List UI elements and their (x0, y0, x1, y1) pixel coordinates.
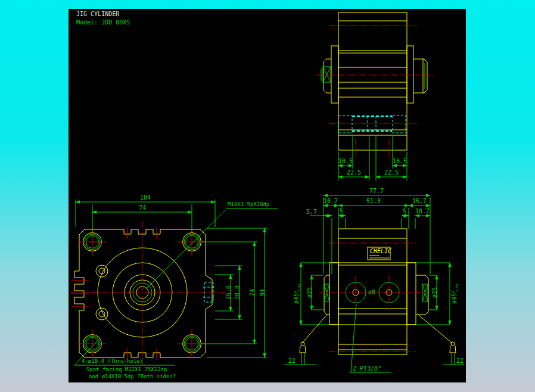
dim-22-5-left: 22.5 (347, 169, 361, 176)
note-line2: Spot facing M12X1 75X12dp (86, 366, 167, 372)
dim-dia-25-right: ø25 (431, 287, 438, 298)
top-view-outline (324, 13, 427, 150)
dia-45-tol-bottom: -0.05 (297, 284, 301, 294)
top-view: 10.5 10.5 22.5 22.5 (317, 13, 434, 181)
top-view-hidden-holes (338, 116, 406, 133)
model-label: Model: JDD 80X5 (76, 19, 130, 26)
nameplate: CHELIC (368, 247, 391, 260)
dim-22-right: 22 (456, 357, 464, 364)
dim-94: 94 (259, 289, 266, 296)
dim-dia-45-right: ø450-0.05 (451, 284, 459, 304)
front-view-notes: 4-ø10.4 ?Thru-hole? Spot facing M12X1 75… (74, 340, 176, 379)
dim-10-5-right: 10.5 (393, 158, 407, 164)
dim-22-5-right: 22.5 (384, 169, 399, 176)
dia-45-value: ø45 (293, 293, 300, 304)
side-view: ø8 CHELIC 77.7 10.7 (284, 188, 464, 372)
side-view-top-dimensions: 77.7 10.7 51.3 15.7 5.7 5 5 10.7 (306, 188, 430, 274)
thread-callout: M14X1.5pX20dp (228, 201, 269, 207)
dia-45-value: ø45 (451, 293, 458, 304)
note-line3: and ø14X10.5dp ?Both sides? (89, 374, 176, 379)
front-view: 104 74 M14X1.5pX20dp 26.6 38.8 74 94 (70, 194, 278, 379)
dim-10-5-left: 10.5 (338, 158, 353, 164)
cad-drawing-area: JIG CYLINDER Model: JDD 80X5 (69, 9, 466, 382)
dim-5-7: 5.7 (306, 209, 317, 215)
dim-dia-25-left: ø25 (306, 287, 313, 298)
dim-5-left: 5 (340, 208, 343, 214)
dim-104: 104 (140, 194, 151, 201)
side-view-centerlines (319, 243, 427, 351)
dim-77-7: 77.7 (369, 188, 384, 194)
front-view-circles (96, 248, 187, 337)
dim-10-7-right: 10.7 (415, 208, 430, 214)
side-view-diameter-dimensions: ø450-0.05 ø25 ø25 ø450-0.05 (293, 263, 459, 325)
brand-logo: CHELIC (370, 248, 391, 254)
dim-15-7: 15.7 (412, 198, 427, 204)
dim-5-right: 5 (403, 208, 406, 214)
note-line1: 4-ø10.4 ?Thru-hole? (82, 358, 143, 364)
drawing-title: JIG CYLINDER (76, 11, 120, 17)
dim-22-left: 22 (288, 357, 296, 364)
top-view-dimensions: 10.5 10.5 22.5 22.5 (338, 136, 407, 181)
dim-dia-45-left: ø450-0.05 (293, 284, 301, 304)
dim-51-3: 51.3 (366, 198, 381, 204)
port-thread-callout: 2-PT3/8" (353, 365, 381, 372)
dim-38-8: 38.8 (234, 285, 241, 300)
front-view-dimensions: 104 74 M14X1.5pX20dp 26.6 38.8 74 94 (76, 194, 278, 357)
dim-74-vertical: 74 (249, 289, 256, 296)
dim-26-6: 26.6 (225, 285, 232, 300)
cad-drawing-svg: JIG CYLINDER Model: JDD 80X5 (69, 9, 466, 382)
top-view-left-port (321, 63, 425, 89)
dim-74-horizontal: 74 (139, 204, 146, 211)
dim-10-7-left: 10.7 (324, 198, 338, 204)
dia-45-tol-bottom: -0.05 (455, 284, 459, 294)
title-block: JIG CYLINDER Model: JDD 80X5 (76, 11, 130, 26)
